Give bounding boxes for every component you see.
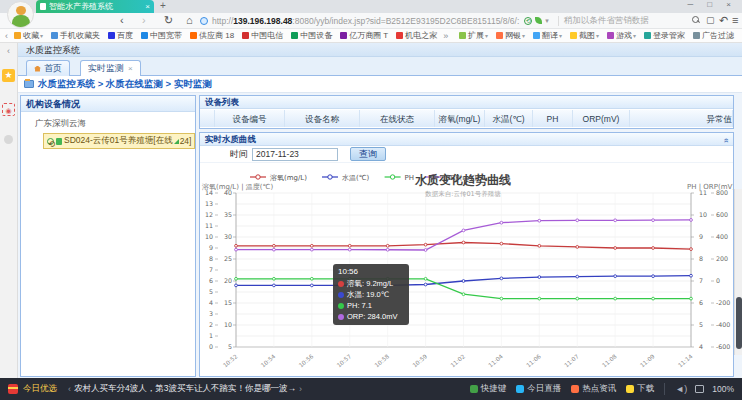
svg-text:溶氧(mg/L): 溶氧(mg/L) (270, 174, 307, 182)
browser-tab-strip: 智能水产养殖系统 × + ─ □ × (0, 0, 742, 13)
browser-tool[interactable]: 广告过滤 (693, 30, 734, 41)
app-tab-bar: 首页 实时监测 × (18, 57, 742, 76)
series-dot-ph (338, 303, 344, 309)
svg-text:11:14: 11:14 (677, 353, 694, 369)
time-input[interactable] (252, 148, 338, 161)
user-avatar[interactable] (7, 1, 34, 28)
query-button[interactable]: 查询 (350, 147, 386, 161)
rail-dot-icon[interactable] (4, 135, 13, 144)
tooltip-row: ORP: 284.0mV (338, 311, 404, 322)
favicon (533, 32, 540, 39)
scrollbar-thumb[interactable] (736, 297, 742, 349)
tree-node-device[interactable]: ⟲ SD024-云传01号养殖塘[在线 24] (43, 133, 195, 149)
home-icon[interactable]: ⌂ (186, 14, 193, 27)
svg-text:1: 1 (209, 332, 213, 339)
favicon (291, 32, 298, 39)
bookmarks-more-icon[interactable]: » (443, 31, 448, 41)
url-suggestion[interactable]: 稍加以条件省营销数据 (564, 15, 649, 27)
url-refresh-icon[interactable]: ⟲ (524, 17, 532, 25)
svg-text:8: 8 (699, 255, 703, 262)
svg-text:5: 5 (228, 343, 232, 350)
favicon (190, 32, 197, 39)
weibo-icon[interactable]: ◉ (2, 103, 15, 116)
menu-icon[interactable]: ≡ (732, 14, 738, 27)
breadcrumb-row: 水质监控系统 > 水质在线监测 > 实时监测 (18, 76, 742, 93)
tree-node-org[interactable]: 广东深圳云海 (35, 118, 195, 130)
svg-text:10:56: 10:56 (298, 353, 315, 369)
history-icon[interactable]: ↶ (719, 14, 728, 27)
device-table-column: 设备名称 (285, 110, 360, 127)
vertical-scrollbar[interactable] (734, 189, 742, 355)
favicon (470, 385, 478, 393)
device-list-panel: 设备列表 设备编号设备名称在线状态溶氧(mg/L)水温(℃)PHORP(mV)异… (199, 95, 734, 129)
svg-text:11:04: 11:04 (487, 353, 504, 369)
realtime-curve-panel: 实时水质曲线 » 时间 查询 0123456789101112131451015… (199, 132, 734, 377)
bookmark-item[interactable]: 亿万商圈 T (340, 30, 388, 41)
browser-tool-items: 扩展▾网银▾翻译▾截图▾游戏▾登录管家广告过滤 (455, 30, 742, 41)
bookmark-item[interactable]: 百度 (108, 30, 133, 41)
device-table-column: 溶氧(mg/L) (435, 110, 485, 127)
browser-tool[interactable]: 截图▾ (570, 30, 599, 41)
speaker-icon[interactable]: ◄) (675, 384, 687, 394)
news-marquee[interactable]: 农村人买车分4波人，第3波买车让人不踏实！你是哪一波→ (74, 383, 296, 395)
bookmark-item[interactable]: 中国电信 (242, 30, 283, 41)
screenshot-icon[interactable]: ▢ (706, 14, 715, 27)
promo-label[interactable]: 今日优选 (23, 383, 57, 395)
statusbar-item[interactable]: 下载 (626, 383, 654, 395)
favicon (571, 385, 579, 393)
zoom-level[interactable]: 100% (712, 384, 734, 394)
browser-tab-title: 智能水产养殖系统 (49, 1, 142, 12)
svg-text:PH: PH (405, 174, 415, 182)
avatar-head (16, 6, 26, 15)
app-tab-realtime[interactable]: 实时监测 × (80, 60, 141, 76)
series-dot-orp (338, 314, 344, 320)
browser-tab[interactable]: 智能水产养殖系统 × (36, 0, 154, 13)
statusbar-item[interactable]: 快捷键 (470, 383, 507, 395)
new-tab-button[interactable]: + (160, 0, 166, 11)
svg-text:400: 400 (716, 233, 728, 240)
app-tab-close-icon[interactable]: × (128, 64, 133, 73)
browser-tool[interactable]: 游戏▾ (607, 30, 636, 41)
url-text[interactable]: http://139.196.198.48:8080/yyb/index.jsp… (212, 16, 519, 26)
svg-text:-600: -600 (716, 343, 730, 350)
window-controls[interactable]: ─ □ × (687, 0, 737, 9)
bookmark-item[interactable]: 手机收藏夹 (51, 30, 100, 41)
svg-text:水温(℃): 水温(℃) (342, 174, 370, 182)
promo-gift-icon[interactable] (8, 384, 18, 394)
device-icon (56, 138, 62, 145)
favorites-star-icon[interactable]: ★ (2, 69, 15, 82)
query-row: 时间 查询 (200, 146, 733, 163)
bookmark-item[interactable]: 收藏▾ (14, 30, 43, 41)
url-bar[interactable]: http://139.196.198.48:8080/yyb/index.jsp… (200, 14, 608, 27)
snapshot-icon[interactable] (695, 385, 704, 393)
marquee-prev-icon[interactable]: ‹ (68, 384, 71, 394)
forward-icon[interactable]: › (142, 14, 146, 27)
tab-close-icon[interactable]: × (145, 2, 150, 11)
bookmark-item[interactable]: 中国设备 (291, 30, 332, 41)
bookmarks-bar: ‹ 收藏▾手机收藏夹百度中国宽带供应商 18中国电信中国设备亿万商圈 T机电之家… (0, 29, 742, 43)
svg-text:7: 7 (209, 266, 213, 273)
device-table-column: PH (533, 110, 573, 127)
browser-tool[interactable]: 网银▾ (496, 30, 525, 41)
breadcrumb: 水质监控系统 > 水质在线监测 > 实时监测 (38, 78, 212, 91)
svg-text:3: 3 (209, 310, 213, 317)
statusbar-item[interactable]: 热点资讯 (571, 383, 616, 395)
marquee-next-icon[interactable]: › (299, 384, 302, 394)
app-tab-home[interactable]: 首页 (26, 60, 70, 76)
rail-collapse-icon[interactable]: ‹ (2, 45, 15, 58)
browser-viewport: ‹ ★ ◉ 水质监控系统 首页 实时监测 × 水质监控系统 > 水质在线监测 >… (0, 43, 742, 378)
panel-collapse-icon[interactable]: » (720, 138, 733, 143)
bookmark-item[interactable]: 供应商 18 (190, 30, 234, 41)
url-dropdown-icon[interactable]: ▾ (545, 17, 549, 25)
browser-tool[interactable]: 登录管家 (644, 30, 685, 41)
statusbar-item[interactable]: 今日直播 (516, 383, 561, 395)
home-tab-icon (34, 66, 41, 72)
browser-tool[interactable]: 翻译▾ (533, 30, 562, 41)
refresh-icon[interactable]: ↻ (164, 14, 173, 27)
bookmark-item[interactable]: 机电之家 (396, 30, 437, 41)
svg-text:20: 20 (224, 277, 232, 284)
bookmarks-collapse-icon[interactable]: ‹ (5, 31, 8, 41)
browser-tool[interactable]: 扩展▾ (459, 30, 488, 41)
back-icon[interactable]: ‹ (120, 14, 124, 27)
bookmark-item[interactable]: 中国宽带 (141, 30, 182, 41)
